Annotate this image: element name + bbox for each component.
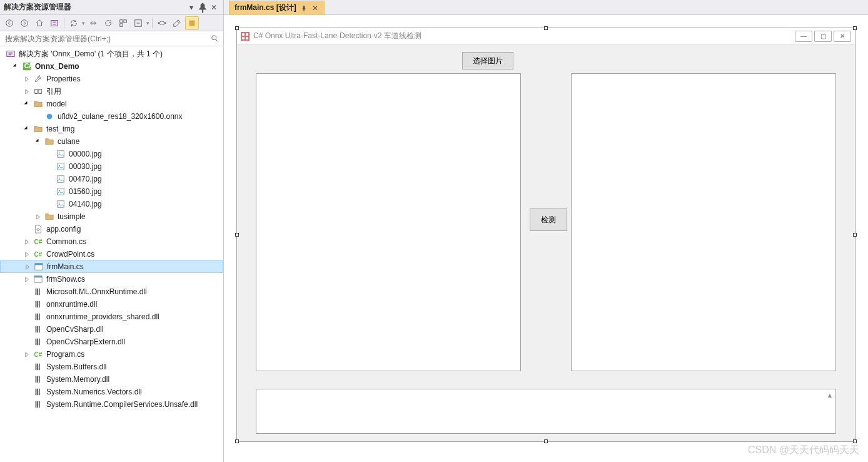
home-icon[interactable] — [33, 16, 46, 30]
svg-point-0 — [6, 19, 13, 26]
properties-node[interactable]: Properties — [0, 73, 223, 85]
image-file-node[interactable]: 00030.jpg — [0, 160, 223, 173]
expander-icon[interactable] — [23, 125, 31, 133]
cs-file-node[interactable]: C# CrowdPoint.cs — [0, 248, 223, 260]
folder-icon — [33, 124, 43, 134]
image-file-node[interactable]: 00470.jpg — [0, 173, 223, 185]
resize-handle[interactable] — [544, 26, 548, 30]
resize-handle[interactable] — [235, 26, 239, 30]
image-file-node[interactable]: 01560.jpg — [0, 185, 223, 198]
dll-file-node[interactable]: System.Runtime.CompilerServices.Unsafe.d… — [0, 398, 223, 411]
collapse-icon[interactable] — [131, 16, 145, 30]
folder-model-node[interactable]: model — [0, 98, 223, 110]
folder-tusimple-node[interactable]: tusimple — [0, 210, 223, 223]
panel-title: 解决方案资源管理器 — [4, 2, 186, 13]
svg-rect-46 — [37, 364, 38, 371]
dll-file-node[interactable]: onnxruntime.dll — [0, 298, 223, 311]
image-file-node[interactable]: 04140.jpg — [0, 198, 223, 210]
form-titlebar: C# Onnx Ultra-Fast-Lane-Detection-v2 车道线… — [237, 28, 855, 44]
refresh-icon[interactable] — [101, 16, 115, 30]
detect-button[interactable]: 检测 — [530, 208, 567, 231]
svg-rect-42 — [36, 339, 37, 346]
solution-node[interactable]: 解决方案 'Onnx_Demo' (1 个项目，共 1 个) — [0, 48, 223, 60]
dll-file-node[interactable]: OpenCvSharpExtern.dll — [0, 336, 223, 348]
log-textbox[interactable]: ▴ — [256, 389, 836, 434]
expander-icon[interactable] — [34, 212, 43, 221]
expander-icon[interactable] — [23, 74, 31, 83]
select-image-button[interactable]: 选择图片 — [462, 52, 513, 69]
dll-file-node[interactable]: System.Memory.dll — [0, 373, 223, 386]
sync-icon[interactable] — [67, 16, 81, 30]
solution-tree[interactable]: 解决方案 'Onnx_Demo' (1 个项目，共 1 个) C# Onnx_D… — [0, 46, 223, 462]
minimize-button[interactable]: — — [795, 31, 812, 42]
folder-icon — [44, 136, 54, 146]
dll-file-node[interactable]: Microsoft.ML.OnnxRuntime.dll — [0, 285, 223, 298]
folder-testimg-node[interactable]: test_img — [0, 123, 223, 135]
dll-icon — [33, 312, 43, 322]
left-image-panel[interactable] — [256, 73, 521, 371]
show-all-icon[interactable] — [116, 16, 130, 30]
dll-icon — [33, 337, 43, 347]
project-node[interactable]: C# Onnx_Demo — [0, 60, 223, 73]
expander-icon[interactable] — [11, 62, 20, 71]
svg-rect-49 — [37, 376, 38, 383]
scroll-up-icon[interactable]: ▴ — [825, 391, 834, 399]
image-file-node[interactable]: 00000.jpg — [0, 148, 223, 160]
onnx-file-node[interactable]: ufldv2_culane_res18_320x1600.onnx — [0, 110, 223, 123]
pin-icon[interactable] — [300, 4, 308, 12]
svg-rect-34 — [37, 301, 38, 308]
cs-file-node[interactable]: C# Common.cs — [0, 235, 223, 248]
pin-icon[interactable] — [197, 2, 208, 13]
view-code-icon[interactable]: <> — [155, 16, 169, 30]
search-icon[interactable] — [209, 33, 221, 44]
expander-icon[interactable] — [34, 137, 43, 146]
expander-icon[interactable] — [23, 275, 31, 284]
svg-rect-4 — [124, 19, 126, 22]
right-image-panel[interactable] — [571, 73, 836, 371]
expander-icon[interactable] — [23, 350, 31, 359]
expander-icon[interactable] — [23, 250, 31, 259]
close-icon[interactable]: ✕ — [208, 2, 220, 13]
maximize-button[interactable]: ▢ — [814, 31, 832, 42]
switch-view-icon[interactable] — [48, 16, 61, 30]
svg-point-1 — [21, 19, 28, 26]
dll-file-node[interactable]: System.Buffers.dll — [0, 361, 223, 373]
dll-icon — [33, 362, 43, 372]
form-window[interactable]: C# Onnx Ultra-Fast-Lane-Detection-v2 车道线… — [236, 28, 855, 442]
close-icon[interactable]: ✕ — [311, 4, 319, 12]
refresh-direction-icon[interactable] — [86, 16, 100, 30]
dll-file-node[interactable]: System.Numerics.Vectors.dll — [0, 386, 223, 398]
folder-culane-node[interactable]: culane — [0, 135, 223, 148]
config-file-node[interactable]: app.config — [0, 223, 223, 235]
view-designer-icon[interactable] — [185, 16, 199, 30]
designer-surface[interactable]: C# Onnx Ultra-Fast-Lane-Detection-v2 车道线… — [224, 15, 868, 462]
cs-file-node[interactable]: C# Program.cs — [0, 348, 223, 361]
frmshow-node[interactable]: frmShow.cs — [0, 273, 223, 285]
svg-rect-35 — [39, 301, 40, 308]
dll-icon — [33, 299, 43, 309]
dropdown-icon[interactable]: ▾ — [186, 2, 197, 13]
expander-icon[interactable] — [23, 237, 31, 246]
expander-icon[interactable] — [23, 100, 31, 108]
expander-icon[interactable] — [23, 87, 31, 96]
dll-file-node[interactable]: onnxruntime_providers_shared.dll — [0, 311, 223, 323]
resize-handle[interactable] — [853, 26, 857, 30]
form-body: 选择图片 检测 ▴ — [237, 44, 855, 441]
search-input[interactable] — [3, 33, 209, 45]
svg-rect-38 — [39, 314, 40, 321]
properties-icon[interactable] — [170, 16, 184, 30]
back-icon[interactable] — [3, 16, 16, 30]
form-app-icon — [241, 32, 250, 41]
expander-icon[interactable] — [23, 262, 32, 271]
forward-icon[interactable] — [18, 16, 31, 30]
tab-frmmain-design[interactable]: frmMain.cs [设计] ✕ — [229, 1, 325, 14]
config-icon — [33, 224, 43, 234]
svg-point-24 — [59, 202, 60, 203]
close-button[interactable]: ✕ — [834, 31, 851, 42]
cs-icon: C# — [33, 349, 43, 359]
references-node[interactable]: 引用 — [0, 85, 223, 98]
svg-rect-51 — [36, 389, 37, 396]
tab-label: frmMain.cs [设计] — [235, 3, 296, 13]
frmmain-node[interactable]: frmMain.cs — [0, 260, 223, 273]
dll-file-node[interactable]: OpenCvSharp.dll — [0, 323, 223, 336]
